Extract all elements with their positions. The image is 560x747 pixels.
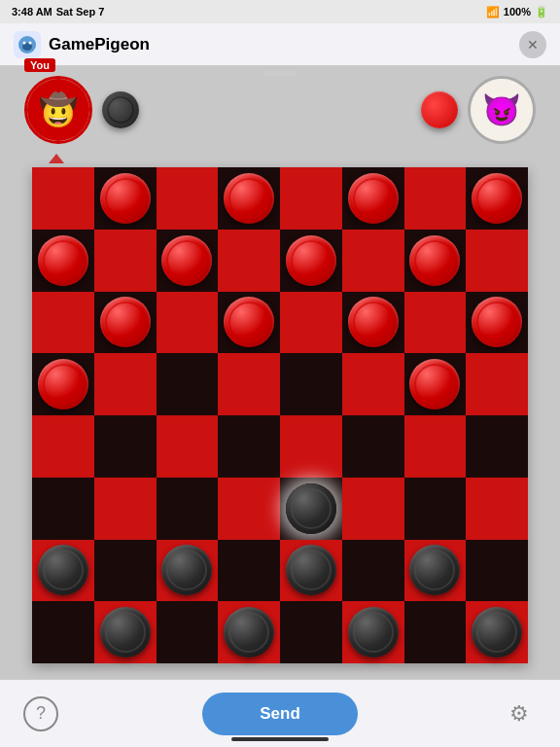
cell-4-0[interactable]	[32, 415, 94, 478]
cell-3-1[interactable]	[94, 353, 157, 415]
cell-2-5[interactable]	[342, 292, 404, 354]
black-piece	[100, 607, 151, 658]
svg-point-2	[23, 41, 26, 44]
cell-0-2[interactable]	[157, 167, 219, 230]
cell-2-2[interactable]	[157, 292, 219, 354]
selected-black-piece	[286, 483, 336, 534]
cell-1-3[interactable]	[218, 230, 280, 292]
black-piece	[409, 545, 460, 595]
red-piece	[472, 297, 522, 347]
cell-5-4[interactable]	[280, 478, 342, 540]
cell-3-0[interactable]	[32, 353, 94, 415]
cell-2-0[interactable]	[32, 292, 94, 354]
cell-6-4[interactable]	[280, 540, 342, 602]
cell-6-1[interactable]	[94, 540, 157, 602]
cell-4-3[interactable]	[218, 415, 280, 478]
cell-7-0[interactable]	[32, 601, 94, 663]
cell-4-5[interactable]	[342, 415, 404, 478]
cell-6-5[interactable]	[342, 540, 404, 602]
cell-1-4[interactable]	[280, 230, 342, 292]
turn-indicator	[49, 154, 64, 163]
help-button[interactable]: ?	[23, 696, 58, 731]
cell-3-7[interactable]	[466, 353, 528, 415]
cell-2-7[interactable]	[466, 292, 528, 354]
status-bar: 3:48 AM Sat Sep 7 📶 100% 🔋	[0, 0, 560, 23]
battery-text: 100%	[504, 6, 531, 18]
cell-3-2[interactable]	[157, 353, 219, 415]
status-time: 3:48 AM	[12, 6, 52, 18]
cell-6-0[interactable]	[32, 540, 94, 602]
cell-7-6[interactable]	[404, 601, 467, 663]
cell-1-5[interactable]	[342, 230, 404, 292]
cell-0-0[interactable]	[32, 167, 94, 230]
cell-5-3[interactable]	[218, 478, 280, 540]
cell-2-3[interactable]	[218, 292, 280, 354]
cell-4-1[interactable]	[94, 415, 157, 478]
cell-5-7[interactable]	[466, 478, 528, 540]
cell-0-5[interactable]	[342, 167, 404, 230]
black-piece	[472, 607, 522, 658]
nav-bar: GamePigeon ✕	[0, 23, 560, 66]
cell-4-7[interactable]	[466, 415, 528, 478]
red-piece	[409, 235, 460, 286]
cell-5-6[interactable]	[404, 478, 467, 540]
cell-6-3[interactable]	[218, 540, 280, 602]
cell-0-7[interactable]	[466, 167, 528, 230]
cell-0-3[interactable]	[218, 167, 280, 230]
cell-0-6[interactable]	[404, 167, 467, 230]
player-you-section: You 🤠	[24, 76, 139, 144]
red-piece	[224, 173, 274, 224]
status-date: Sat Sep 7	[56, 6, 105, 18]
cell-3-4[interactable]	[280, 353, 342, 415]
cell-1-1[interactable]	[94, 230, 157, 292]
cell-7-2[interactable]	[157, 601, 219, 663]
you-checker-piece	[102, 91, 139, 128]
cell-2-6[interactable]	[404, 292, 467, 354]
cell-7-5[interactable]	[342, 601, 404, 663]
send-label: Send	[260, 704, 300, 724]
black-piece	[286, 545, 336, 595]
cell-1-0[interactable]	[32, 230, 94, 292]
cell-3-5[interactable]	[342, 353, 404, 415]
cell-5-5[interactable]	[342, 478, 404, 540]
red-piece	[161, 235, 212, 286]
turn-arrow	[49, 154, 64, 163]
settings-button[interactable]: ⚙	[502, 696, 537, 731]
checkerboard[interactable]	[32, 167, 528, 663]
black-piece	[224, 607, 274, 658]
opponent-avatar-emoji: 😈	[471, 79, 533, 141]
cell-5-2[interactable]	[157, 478, 219, 540]
main-content: You 🤠 😈	[0, 66, 560, 679]
cell-1-7[interactable]	[466, 230, 528, 292]
cell-4-4[interactable]	[280, 415, 342, 478]
players-row: You 🤠 😈	[19, 76, 541, 144]
status-left: 3:48 AM Sat Sep 7	[12, 6, 104, 18]
cell-1-2[interactable]	[157, 230, 219, 292]
cell-6-7[interactable]	[466, 540, 528, 602]
cell-4-2[interactable]	[157, 415, 219, 478]
cell-5-1[interactable]	[94, 478, 157, 540]
help-icon: ?	[36, 703, 46, 724]
cell-4-6[interactable]	[404, 415, 467, 478]
app-icon	[14, 31, 41, 58]
cell-0-4[interactable]	[280, 167, 342, 230]
app-title: GamePigeon	[49, 35, 150, 54]
cell-5-0[interactable]	[32, 478, 94, 540]
cell-7-7[interactable]	[466, 601, 528, 663]
cell-3-3[interactable]	[218, 353, 280, 415]
cell-0-1[interactable]	[94, 167, 157, 230]
close-button[interactable]: ✕	[519, 31, 546, 58]
home-indicator	[231, 737, 329, 741]
cell-2-1[interactable]	[94, 292, 157, 354]
cell-7-3[interactable]	[218, 601, 280, 663]
cell-6-2[interactable]	[157, 540, 219, 602]
cell-1-6[interactable]	[404, 230, 467, 292]
cell-6-6[interactable]	[404, 540, 467, 602]
send-button[interactable]: Send	[202, 693, 358, 735]
player-opponent-section: 😈	[421, 76, 536, 144]
cell-7-4[interactable]	[280, 601, 342, 663]
cell-2-4[interactable]	[280, 292, 342, 354]
cell-7-1[interactable]	[94, 601, 157, 663]
cell-3-6[interactable]	[404, 353, 467, 415]
you-avatar-emoji: 🤠	[27, 79, 89, 141]
